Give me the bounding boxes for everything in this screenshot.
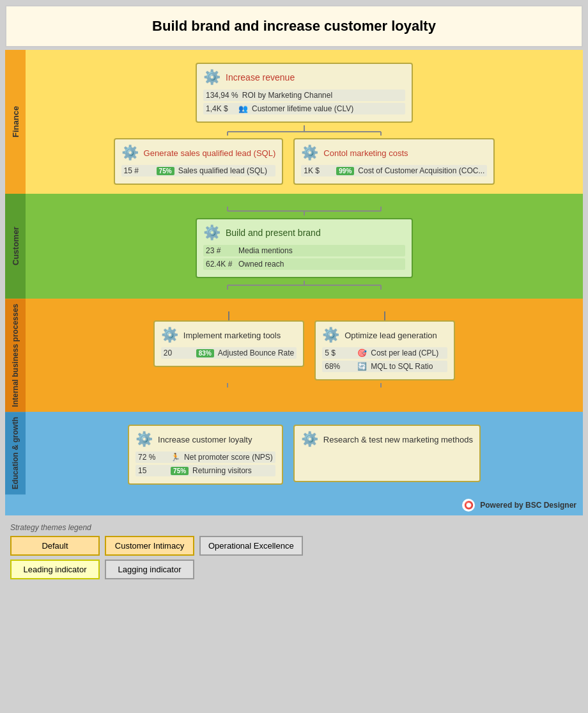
sql-title: Generate sales qualified lead (SQL) [144, 148, 276, 158]
title-text: Build brand and increase customer loyalt… [152, 18, 436, 34]
tools-title: Implement marketing tools [183, 331, 281, 340]
gear-icon-brand: ⚙️ [203, 224, 220, 241]
increase-loyalty-card: ⚙️ Increase customer loyalty 72 % 🏃 Net … [128, 425, 283, 485]
legend-indicator-row: Leading indicator Lagging indicator [10, 560, 578, 579]
powered-by-text: Powered by BSC Designer [480, 501, 576, 510]
strategy-map: Finance ⚙️ Increase revenue 134,94 % ROI… [5, 50, 583, 495]
page-title: Build brand and increase customer loyalt… [5, 5, 583, 47]
education-content: ⚙️ Increase customer loyalty 72 % 🏃 Net … [26, 412, 583, 494]
bsc-logo: ⭕ [462, 499, 475, 512]
metric-owned-reach: 62.4K # Owned reach [203, 258, 405, 270]
loyalty-title: Increase customer loyalty [158, 435, 252, 444]
increase-revenue-card: ⚙️ Increase revenue 134,94 % ROI by Mark… [196, 63, 413, 123]
research-title: Research & test new marketing methods [323, 435, 473, 444]
internal-label: Internal business processes [5, 299, 26, 412]
metric-roi: 134,94 % ROI by Marketing Channel [203, 90, 405, 101]
revenue-title: Increase revenue [226, 72, 295, 82]
metric-media: 23 # Media mentions [203, 245, 405, 256]
metric-cpl: 5 $ 🎯 Cost per lead (CPL) [322, 347, 447, 359]
generate-sql-card: ⚙️ Generate sales qualified lead (SQL) 1… [114, 138, 284, 185]
internal-row: Internal business processes ⚙️ [5, 299, 583, 412]
control-costs-card: ⚙️ Contol marketing costs 1K $ 99% Cost … [293, 138, 495, 185]
metric-sql: 15 # 75% Sales qualified lead (SQL) [121, 165, 276, 176]
lead-title: Optimize lead generation [344, 331, 437, 340]
legend-default: Default [10, 536, 100, 556]
metric-coc: 1K $ 99% Cost of Customer Acquisition (C… [301, 165, 487, 176]
gear-icon-loyalty: ⚙️ [135, 431, 153, 448]
gear-icon-revenue: ⚙️ [203, 69, 220, 86]
education-row: Education & growth ⚙️ Increase customer … [5, 412, 583, 494]
finance-content: ⚙️ Increase revenue 134,94 % ROI by Mark… [26, 50, 583, 194]
metric-returning: 15 75% Returning visitors [135, 465, 275, 476]
customer-content: ⚙️ Build and present brand 23 # Media me… [26, 194, 583, 299]
optimize-lead-card: ⚙️ Optimize lead generation 5 $ 🎯 Cost p… [314, 320, 455, 380]
main-container: Build brand and increase customer loyalt… [0, 0, 588, 593]
legend-customer-intimacy: Customer Intimacy [105, 536, 194, 556]
research-methods-card: ⚙️ Research & test new marketing methods [293, 425, 481, 482]
powered-by-bar: ⭕ Powered by BSC Designer [5, 495, 583, 515]
metric-bounce: 20 83% Adjusted Bounce Rate [161, 347, 297, 359]
costs-title: Contol marketing costs [323, 148, 408, 158]
gear-icon-tools: ⚙️ [161, 327, 178, 343]
legend-operational-excellence: Operational Excellence [199, 536, 303, 556]
build-brand-card: ⚙️ Build and present brand 23 # Media me… [196, 218, 413, 278]
legend-title: Strategy themes legend [10, 523, 578, 532]
gear-icon-costs: ⚙️ [301, 145, 318, 161]
finance-label: Finance [5, 50, 26, 194]
education-label: Education & growth [5, 412, 26, 494]
gear-icon-lead: ⚙️ [322, 327, 339, 343]
internal-content: ⚙️ Implement marketing tools 20 83% Adju… [26, 299, 583, 412]
customer-label: Customer [5, 194, 26, 299]
metric-mql: 68% 🔄 MQL to SQL Ratio [322, 361, 447, 372]
legend-theme-row: Default Customer Intimacy Operational Ex… [10, 536, 578, 556]
legend-leading: Leading indicator [10, 560, 100, 579]
implement-tools-card: ⚙️ Implement marketing tools 20 83% Adju… [153, 320, 304, 367]
legend-area: Strategy themes legend Default Customer … [5, 518, 583, 588]
brand-title: Build and present brand [226, 228, 321, 238]
finance-row: Finance ⚙️ Increase revenue 134,94 % ROI… [5, 50, 583, 194]
metric-clv: 1,4K $ 👥 Customer lifetime value (CLV) [203, 103, 405, 114]
gear-icon-research: ⚙️ [301, 431, 318, 448]
customer-row: Customer [5, 194, 583, 299]
legend-lagging: Lagging indicator [105, 560, 194, 579]
metric-nps: 72 % 🏃 Net promoter score (NPS) [135, 451, 275, 463]
gear-icon-sql: ⚙️ [121, 145, 139, 161]
